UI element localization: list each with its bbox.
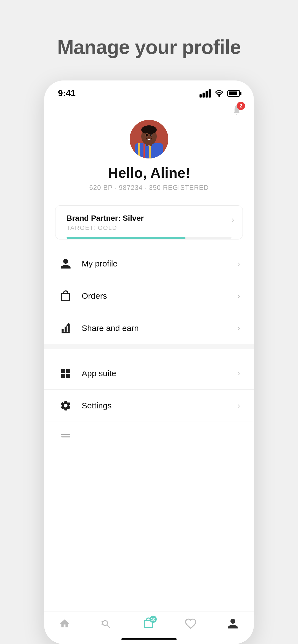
- greeting-text: Hello, Aline!: [108, 165, 190, 181]
- menu-label-my-profile: My profile: [82, 259, 238, 268]
- svg-point-14: [147, 135, 148, 136]
- person-icon: [58, 256, 73, 271]
- page-title: Manage your profile: [57, 36, 241, 58]
- partial-icon: [58, 430, 73, 446]
- status-time: 9:41: [58, 88, 76, 98]
- nav-item-search[interactable]: [100, 618, 112, 630]
- menu-chevron-orders: ›: [238, 292, 240, 300]
- profile-stats: 620 BP · 987234 · 350 REGISTERED: [89, 184, 209, 192]
- status-icons: [199, 89, 240, 98]
- progress-bar: [66, 237, 232, 239]
- status-bar: 9:41: [44, 80, 254, 101]
- svg-line-24: [107, 625, 110, 628]
- menu-label-app-suite: App suite: [82, 369, 238, 378]
- wifi-icon: [214, 90, 224, 97]
- menu-item-orders[interactable]: Orders ›: [44, 280, 254, 312]
- partner-card[interactable]: Brand Partner: Silver TARGET: GOLD ›: [55, 205, 243, 239]
- home-icon: [59, 618, 70, 629]
- phone-frame: 9:41 2: [44, 80, 254, 644]
- svg-point-15: [151, 135, 152, 136]
- menu-item-partial: [44, 422, 254, 454]
- svg-rect-19: [61, 374, 65, 378]
- menu-section-2: App suite › Settings ›: [44, 357, 254, 454]
- nav-item-cart[interactable]: 10: [142, 617, 155, 630]
- nav-item-wishlist[interactable]: [185, 618, 197, 630]
- menu-chevron-settings: ›: [238, 401, 240, 410]
- svg-point-16: [148, 137, 150, 139]
- svg-rect-21: [61, 434, 70, 435]
- notification-badge: 2: [237, 102, 245, 110]
- search-list-icon: [100, 618, 112, 630]
- avatar-image: [130, 120, 168, 158]
- svg-rect-22: [61, 436, 70, 438]
- menu-item-share-and-earn[interactable]: Share and earn ›: [44, 312, 254, 344]
- section-divider: [44, 344, 254, 349]
- notification-area: 2: [44, 104, 254, 117]
- menu-item-settings[interactable]: Settings ›: [44, 390, 254, 422]
- bag-icon: [58, 288, 73, 304]
- menu-label-settings: Settings: [82, 401, 238, 410]
- battery-icon: [227, 90, 240, 97]
- partner-card-chevron: ›: [232, 215, 234, 224]
- profile-section: Hello, Aline! 620 BP · 987234 · 350 REGI…: [44, 117, 254, 200]
- menu-item-my-profile[interactable]: My profile ›: [44, 248, 254, 280]
- profile-nav-icon: [227, 618, 239, 630]
- signal-icon: [199, 89, 211, 98]
- progress-fill: [66, 237, 185, 239]
- cart-badge: 10: [150, 616, 157, 623]
- menu-label-share-and-earn: Share and earn: [82, 324, 238, 333]
- svg-rect-17: [61, 369, 65, 373]
- heart-icon: [185, 618, 197, 630]
- menu-chevron-app-suite: ›: [238, 369, 240, 378]
- menu-chevron-share-and-earn: ›: [238, 324, 240, 333]
- grid-icon: [58, 366, 73, 381]
- partner-target: TARGET: GOLD: [66, 224, 232, 231]
- svg-rect-5: [143, 143, 145, 158]
- svg-rect-4: [138, 143, 140, 158]
- home-indicator: [121, 638, 177, 640]
- chart-icon: [58, 320, 73, 336]
- svg-rect-18: [66, 369, 70, 373]
- menu-section-1: My profile › Orders › Share and earn ›: [44, 248, 254, 344]
- svg-point-10: [141, 125, 157, 134]
- nav-item-profile[interactable]: [227, 618, 239, 630]
- svg-rect-20: [66, 374, 70, 378]
- svg-point-0: [219, 95, 220, 97]
- menu-item-app-suite[interactable]: App suite ›: [44, 357, 254, 390]
- partner-level: Brand Partner: Silver: [66, 214, 232, 223]
- nav-item-home[interactable]: [59, 618, 70, 629]
- notification-bell[interactable]: 2: [231, 104, 243, 117]
- gear-icon: [58, 398, 73, 413]
- menu-label-orders: Orders: [82, 291, 238, 301]
- avatar: [130, 120, 168, 158]
- menu-chevron-my-profile: ›: [238, 259, 240, 268]
